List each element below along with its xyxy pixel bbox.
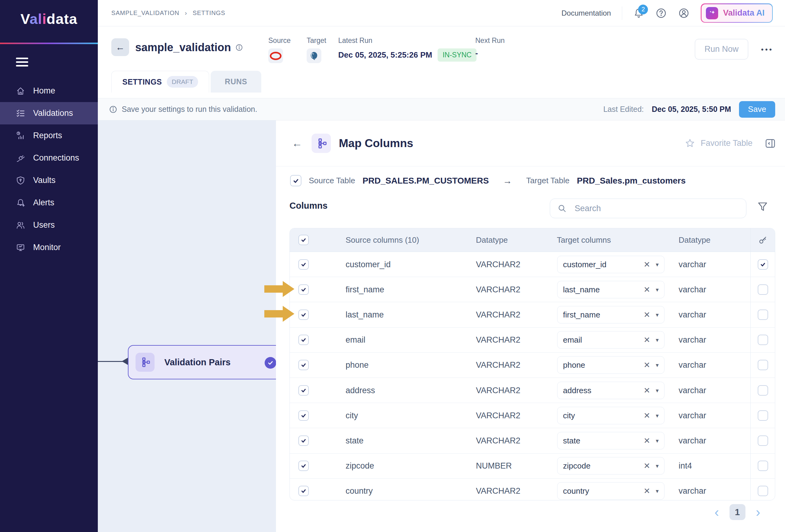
documentation-link[interactable]: Documentation (561, 9, 611, 18)
caret-down-icon[interactable]: ▾ (656, 261, 659, 268)
breadcrumb-item[interactable]: SETTINGS (193, 9, 225, 17)
key-column-checkbox[interactable] (758, 259, 768, 270)
postgres-target-icon[interactable] (307, 48, 321, 63)
key-column-checkbox[interactable] (758, 284, 768, 295)
row-select-checkbox[interactable] (298, 410, 309, 421)
panel-back-button[interactable]: ← (292, 137, 302, 149)
key-column-checkbox[interactable] (758, 460, 768, 471)
target-column-select[interactable]: zipcode✕▾ (557, 457, 664, 475)
sidebar-item-reports[interactable]: Reports (0, 125, 98, 147)
page-number[interactable]: 1 (730, 504, 745, 520)
clear-icon[interactable]: ✕ (643, 310, 650, 319)
key-column-checkbox[interactable] (758, 486, 768, 496)
caret-down-icon[interactable]: ▾ (656, 462, 659, 470)
target-column-select[interactable]: first_name✕▾ (557, 306, 664, 323)
help-icon[interactable] (655, 7, 667, 19)
favorite-star-icon[interactable] (685, 138, 695, 149)
caret-down-icon[interactable]: ▾ (656, 437, 659, 444)
sidebar-item-connections[interactable]: Connections (0, 147, 98, 169)
sidebar-item-monitor[interactable]: Monitor (0, 236, 98, 259)
row-select-checkbox[interactable] (298, 486, 309, 496)
target-column-select[interactable]: country✕▾ (557, 482, 664, 500)
key-column-checkbox[interactable] (758, 360, 768, 370)
target-column-select[interactable]: customer_id✕▾ (557, 256, 664, 273)
row-select-checkbox[interactable] (298, 435, 309, 446)
table-row: cityVARCHAR2city✕▾varchar (290, 403, 775, 428)
row-select-checkbox[interactable] (298, 460, 309, 471)
row-select-checkbox[interactable] (298, 310, 309, 320)
caret-down-icon[interactable]: ▾ (656, 387, 659, 394)
target-column-select[interactable]: city✕▾ (557, 407, 664, 424)
prev-page-icon[interactable]: ‹ (714, 505, 719, 519)
row-select-checkbox[interactable] (298, 335, 309, 345)
source-datatype: VARCHAR2 (476, 385, 521, 395)
breadcrumb[interactable]: SAMPLE_VALIDATION › SETTINGS (111, 9, 225, 17)
sidebar-item-home[interactable]: Home (0, 80, 98, 102)
breadcrumb-item[interactable]: SAMPLE_VALIDATION (111, 9, 179, 17)
target-column-select[interactable]: phone✕▾ (557, 356, 664, 374)
oracle-source-icon[interactable] (268, 48, 283, 63)
tab-runs[interactable]: RUNS (211, 71, 261, 92)
key-column-checkbox[interactable] (758, 435, 768, 446)
key-column-checkbox[interactable] (758, 335, 768, 345)
header-target-datatype: Datatype (679, 235, 710, 245)
target-column-select[interactable]: email✕▾ (557, 331, 664, 349)
caret-down-icon[interactable]: ▾ (656, 487, 659, 495)
user-account-icon[interactable] (678, 7, 690, 19)
collapse-panel-icon[interactable] (765, 138, 776, 149)
row-select-checkbox[interactable] (298, 385, 309, 396)
filter-icon[interactable] (757, 201, 768, 212)
back-button[interactable]: ← (111, 38, 129, 56)
save-button[interactable]: Save (739, 101, 775, 118)
brand-logo: Validata (0, 10, 98, 27)
clear-icon[interactable]: ✕ (643, 260, 650, 269)
caret-down-icon[interactable]: ▾ (656, 337, 659, 344)
clear-icon[interactable]: ✕ (643, 285, 650, 294)
clear-icon[interactable]: ✕ (643, 410, 650, 420)
clear-icon[interactable]: ✕ (643, 385, 650, 395)
row-select-checkbox[interactable] (298, 360, 309, 370)
next-page-icon[interactable]: › (756, 505, 760, 519)
map-columns-icon (135, 353, 155, 372)
info-icon[interactable] (235, 44, 243, 52)
more-options-button[interactable]: ••• (761, 45, 774, 54)
target-column-select[interactable]: state✕▾ (557, 432, 664, 449)
clear-icon[interactable]: ✕ (643, 486, 650, 496)
caret-down-icon[interactable]: ▾ (656, 412, 659, 419)
sidebar-item-alerts[interactable]: Alerts (0, 191, 98, 214)
alerts-icon (16, 198, 25, 208)
clear-icon[interactable]: ✕ (643, 361, 650, 370)
source-datatype: VARCHAR2 (476, 285, 521, 294)
key-column-checkbox[interactable] (758, 310, 768, 320)
caret-down-icon[interactable]: ▾ (656, 286, 659, 293)
pair-select-checkbox[interactable] (290, 175, 301, 186)
tab-settings[interactable]: SETTINGS DRAFT (111, 71, 209, 92)
caret-down-icon[interactable]: ▾ (656, 311, 659, 318)
columns-search[interactable] (550, 198, 746, 218)
key-column-checkbox[interactable] (758, 385, 768, 396)
row-select-checkbox[interactable] (298, 259, 309, 270)
row-select-checkbox[interactable] (298, 284, 309, 295)
source-datatype: VARCHAR2 (476, 436, 521, 445)
annotation-arrow (264, 306, 295, 322)
select-all-checkbox[interactable] (298, 235, 309, 245)
run-now-button[interactable]: Run Now (695, 39, 748, 59)
target-column-select[interactable]: address✕▾ (557, 381, 664, 399)
sidebar-item-vaults[interactable]: Vaults (0, 169, 98, 191)
favorite-table-label[interactable]: Favorite Table (701, 138, 753, 148)
clear-icon[interactable]: ✕ (643, 436, 650, 445)
validation-pairs-node[interactable]: Validation Pairs (128, 345, 276, 379)
hamburger-menu-icon[interactable] (16, 58, 28, 66)
key-column-checkbox[interactable] (758, 410, 768, 421)
target-column-value: zipcode (563, 461, 643, 471)
clear-icon[interactable]: ✕ (643, 461, 650, 471)
validata-ai-button[interactable]: Validata AI (701, 3, 773, 23)
clear-icon[interactable]: ✕ (643, 335, 650, 345)
sidebar-item-users[interactable]: Users (0, 214, 98, 236)
search-input[interactable] (574, 204, 739, 214)
caret-down-icon[interactable]: ▾ (656, 362, 659, 369)
sidebar-item-validations[interactable]: Validations (0, 102, 98, 125)
source-datatype: NUMBER (476, 461, 512, 471)
notifications-bell-icon[interactable]: 2 (633, 8, 644, 19)
target-column-select[interactable]: last_name✕▾ (557, 281, 664, 298)
